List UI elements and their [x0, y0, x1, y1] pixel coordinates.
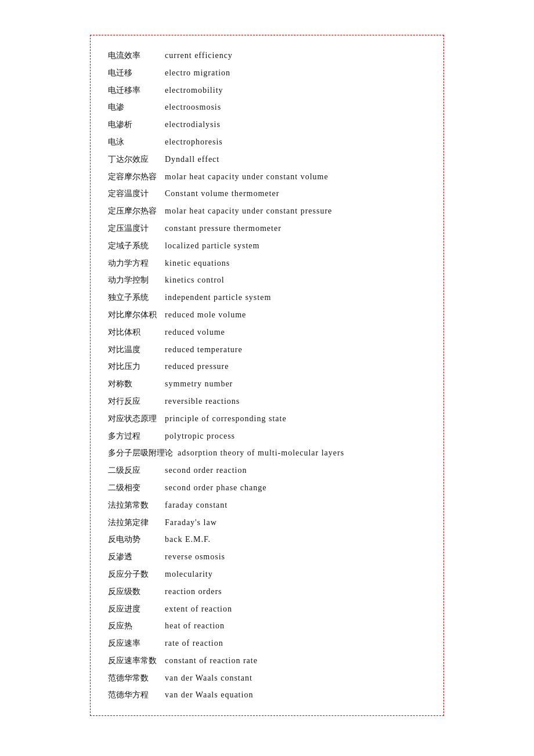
english-term: molar heat capacity under constant volum… [165, 170, 329, 184]
list-item: 电泳electrophoresis [108, 133, 426, 151]
list-item: 定域子系统localized particle system [108, 237, 426, 255]
chinese-term: 动力学控制 [108, 273, 160, 287]
list-item: 电渗electroosmosis [108, 99, 426, 116]
list-item: 对应状态原理principle of corresponding state [108, 410, 426, 428]
chinese-term: 对称数 [108, 377, 160, 391]
list-item: 范德华方程van der Waals equation [108, 686, 426, 704]
list-item: 反应速率rate of reaction [108, 635, 426, 652]
list-item: 法拉第定律Faraday's law [108, 514, 426, 531]
list-item: 反应进度extent of reaction [108, 601, 426, 618]
chinese-term: 反应热 [108, 619, 160, 633]
english-term: reduced volume [165, 325, 225, 339]
english-term: van der Waals constant [165, 671, 252, 685]
chinese-term: 法拉第定律 [108, 516, 160, 530]
chinese-term: 动力学方程 [108, 256, 160, 270]
chinese-term: 定压温度计 [108, 222, 160, 236]
chinese-term: 对比体积 [108, 325, 160, 339]
chinese-term: 反应级数 [108, 585, 160, 599]
english-term: electro migration [165, 66, 230, 80]
english-term: Constant volume thermometer [165, 187, 279, 201]
english-term: constant pressure thermometer [165, 222, 282, 236]
english-term: rate of reaction [165, 636, 223, 650]
english-term: Dyndall effect [165, 153, 219, 167]
english-term: reduced pressure [165, 360, 229, 374]
english-term: reverse osmosis [165, 550, 225, 564]
list-item: 定容摩尔热容molar heat capacity under constant… [108, 168, 426, 186]
english-term: heat of reaction [165, 619, 225, 633]
chinese-term: 对比摩尔体积 [108, 308, 160, 322]
chinese-term: 对应状态原理 [108, 412, 160, 426]
chinese-term: 定域子系统 [108, 239, 160, 253]
chinese-term: 多方过程 [108, 429, 160, 443]
list-item: 对比体积reduced volume [108, 324, 426, 341]
list-item: 对比摩尔体积reduced mole volume [108, 306, 426, 324]
list-item: 范德华常数van der Waals constant [108, 670, 426, 687]
chinese-term: 电迁移率 [108, 84, 160, 97]
list-item: 二级相变second order phase change [108, 479, 426, 497]
english-term: second order phase change [165, 481, 266, 495]
chinese-term: 电渗 [108, 100, 160, 114]
list-item: 电迁移率electromobility [108, 82, 426, 99]
english-term: Faraday's law [165, 516, 217, 530]
chinese-term: 法拉第常数 [108, 498, 160, 512]
english-term: polytropic process [165, 429, 235, 443]
chinese-term: 二级相变 [108, 481, 160, 495]
chinese-term: 电流效率 [108, 49, 160, 63]
list-item: 动力学控制kinetics control [108, 272, 426, 289]
list-item: 多方过程polytropic process [108, 428, 426, 445]
list-item: 二级反应second order reaction [108, 462, 426, 479]
chinese-term: 范德华常数 [108, 671, 160, 685]
english-term: extent of reaction [165, 602, 232, 616]
english-term: electrophoresis [165, 135, 223, 149]
chinese-term: 反应速率 [108, 636, 160, 650]
list-item: 定压温度计constant pressure thermometer [108, 220, 426, 237]
list-item: 对比压力reduced pressure [108, 358, 426, 375]
chinese-term: 独立子系统 [108, 291, 160, 305]
english-term: second order reaction [165, 464, 247, 478]
list-item: 反电动势back E.M.F. [108, 531, 426, 548]
list-item: 对称数symmetry number [108, 375, 426, 393]
list-item: 定压摩尔热容molar heat capacity under constant… [108, 202, 426, 220]
english-term: electromobility [165, 84, 223, 97]
english-term: reversible reactions [165, 395, 240, 408]
entries-list: 电流效率current efficiency电迁移electro migrati… [108, 47, 426, 704]
list-item: 定容温度计Constant volume thermometer [108, 185, 426, 202]
chinese-term: 反应速率常数 [108, 654, 160, 668]
list-item: 对行反应reversible reactions [108, 393, 426, 410]
english-term: independent particle system [165, 291, 271, 305]
list-item: 多分子层吸附理论adsorption theory of multi-molec… [108, 444, 426, 462]
chinese-term: 范德华方程 [108, 688, 160, 702]
chinese-term: 电渗析 [108, 118, 160, 132]
list-item: 独立子系统independent particle system [108, 289, 426, 306]
english-term: electroosmosis [165, 100, 221, 114]
chinese-term: 对比温度 [108, 343, 160, 357]
chinese-term: 对行反应 [108, 395, 160, 408]
list-item: 反应速率常数constant of reaction rate [108, 652, 426, 670]
english-term: principle of corresponding state [165, 412, 287, 426]
list-item: 法拉第常数faraday constant [108, 497, 426, 514]
list-item: 动力学方程kinetic equations [108, 255, 426, 272]
list-item: 丁达尔效应Dyndall effect [108, 151, 426, 168]
chinese-term: 反电动势 [108, 533, 160, 547]
english-term: symmetry number [165, 377, 233, 391]
list-item: 电迁移electro migration [108, 64, 426, 82]
chinese-term: 丁达尔效应 [108, 153, 160, 167]
english-term: constant of reaction rate [165, 654, 258, 668]
main-content: 电流效率current efficiency电迁移electro migrati… [90, 35, 444, 716]
chinese-term: 电泳 [108, 135, 160, 149]
list-item: 反渗透reverse osmosis [108, 548, 426, 566]
english-term: current efficiency [165, 49, 233, 63]
list-item: 反应级数reaction orders [108, 583, 426, 601]
chinese-term: 多分子层吸附理论 [108, 446, 173, 460]
list-item: 反应热heat of reaction [108, 617, 426, 635]
english-term: van der Waals equation [165, 688, 253, 702]
chinese-term: 定容温度计 [108, 187, 160, 201]
english-term: localized particle system [165, 239, 259, 253]
english-term: reduced mole volume [165, 308, 246, 322]
english-term: back E.M.F. [165, 533, 211, 547]
english-term: kinetic equations [165, 256, 230, 270]
english-term: reduced temperature [165, 343, 243, 357]
english-term: electrodialysis [165, 118, 221, 132]
chinese-term: 定压摩尔热容 [108, 204, 160, 218]
list-item: 对比温度reduced temperature [108, 341, 426, 359]
